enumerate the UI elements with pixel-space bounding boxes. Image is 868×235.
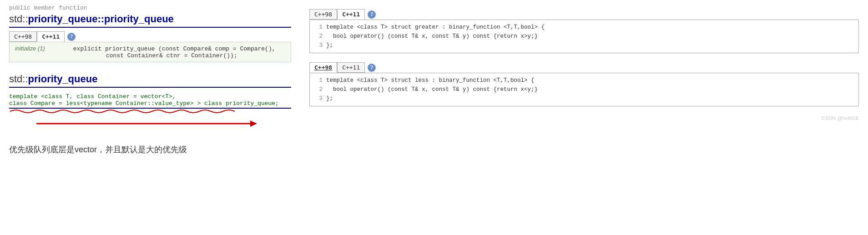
right-code-text-2-1: template <class T> struct less : binary_… bbox=[326, 76, 535, 85]
right-code-line-2-2: 2 bool operator() (const T& x, const T& … bbox=[314, 85, 854, 94]
right-code-box-1: 1 template <class T> struct greater : bi… bbox=[309, 20, 859, 53]
right-code-line-1-3: 3 }; bbox=[314, 41, 854, 50]
main-layout: public member function std::priority_que… bbox=[9, 5, 859, 162]
template-line2: class Compare = less<typename Container:… bbox=[9, 100, 291, 107]
title2-prefix: std:: bbox=[9, 73, 28, 85]
page-wrapper: public member function std::priority_que… bbox=[9, 5, 859, 162]
right-panel-2: C++98 C++11 ? 1 template <class T> struc… bbox=[309, 62, 859, 106]
right-code-text-2-3: }; bbox=[326, 94, 333, 103]
section2: std::priority_queue template <class T, c… bbox=[9, 73, 291, 155]
right-tab-bar-1: C++98 C++11 ? bbox=[309, 9, 859, 20]
section1-title: std::priority_queue::priority_queue bbox=[9, 13, 291, 25]
func-label: initialize (1) bbox=[15, 45, 70, 52]
section2-title: std::priority_queue bbox=[9, 73, 291, 85]
svg-marker-1 bbox=[250, 120, 257, 127]
right-tab1-cpp11[interactable]: C++11 bbox=[337, 9, 365, 20]
help-icon-right2[interactable]: ? bbox=[368, 64, 376, 72]
arrow-area bbox=[9, 108, 291, 135]
right-tab-bar-2: C++98 C++11 ? bbox=[309, 62, 859, 73]
tab1-cpp98[interactable]: C++98 bbox=[9, 31, 37, 42]
title-main: priority_queue::priority_queue bbox=[28, 13, 174, 25]
title2-main: priority_queue bbox=[28, 73, 98, 85]
func-code-line1: explicit priority_queue (const Compare& … bbox=[73, 45, 276, 52]
func-box-1: initialize (1) explicit priority_queue (… bbox=[9, 42, 291, 62]
title1-rule bbox=[9, 27, 291, 28]
left-column: public member function std::priority_que… bbox=[9, 5, 291, 162]
chinese-note: 优先级队列底层是vector，并且默认是大的优先级 bbox=[9, 144, 291, 155]
tab1-cpp11[interactable]: C++11 bbox=[37, 31, 65, 42]
right-code-line-1-1: 1 template <class T> struct greater : bi… bbox=[314, 23, 854, 32]
tab-bar-1: C++98 C++11 ? bbox=[9, 31, 291, 42]
help-icon-1[interactable]: ? bbox=[67, 33, 76, 41]
right-panel-1: C++98 C++11 ? 1 template <class T> struc… bbox=[309, 9, 859, 53]
right-code-text-1-2: bool operator() (const T& x, const T& y)… bbox=[326, 32, 538, 41]
template-line1: template <class T, class Container = vec… bbox=[9, 93, 291, 100]
right-code-line-2-1: 1 template <class T> struct less : binar… bbox=[314, 76, 854, 85]
right-column: C++98 C++11 ? 1 template <class T> struc… bbox=[309, 5, 859, 121]
help-icon-right1[interactable]: ? bbox=[368, 10, 376, 19]
right-tab1-cpp98[interactable]: C++98 bbox=[309, 9, 337, 20]
right-code-text-1-3: }; bbox=[326, 41, 333, 50]
template-decl: template <class T, class Container = vec… bbox=[9, 91, 291, 109]
right-code-line-1-2: 2 bool operator() (const T& x, const T& … bbox=[314, 32, 854, 41]
prev-content-hint: public member function bbox=[9, 5, 291, 11]
title2-rule bbox=[9, 87, 291, 88]
right-code-box-2: 1 template <class T> struct less : binar… bbox=[309, 73, 859, 106]
right-code-text-2-2: bool operator() (const T& x, const T& y)… bbox=[326, 85, 538, 94]
title-prefix: std:: bbox=[9, 13, 28, 25]
right-code-text-1-1: template <class T> struct greater : bina… bbox=[326, 23, 545, 32]
red-arrow-svg bbox=[9, 108, 273, 135]
right-tab2-cpp98[interactable]: C++98 bbox=[309, 62, 337, 73]
section1: public member function std::priority_que… bbox=[9, 5, 291, 62]
func-code-line2: const Container& ctnr = Container()); bbox=[106, 52, 237, 59]
right-code-line-2-3: 3 }; bbox=[314, 94, 854, 103]
watermark: CSDN @hxMGE bbox=[309, 115, 859, 121]
right-tab2-cpp11[interactable]: C++11 bbox=[337, 62, 365, 73]
